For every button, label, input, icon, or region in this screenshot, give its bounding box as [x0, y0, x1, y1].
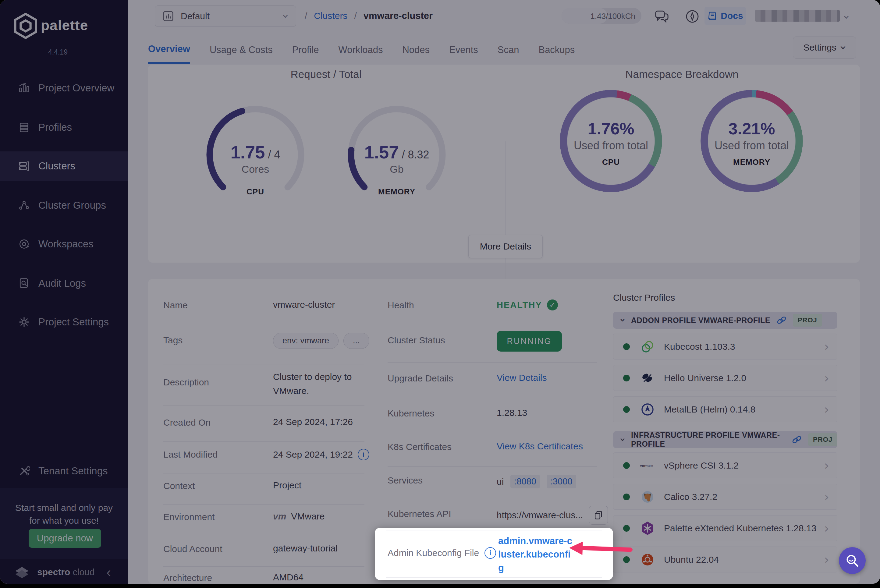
- admin-kubeconfig-label: Admin Kubeconfig File: [388, 548, 479, 558]
- search-fab-button[interactable]: [839, 547, 866, 574]
- app-window: palette 4.4.19 Project OverviewProfilesC…: [0, 0, 880, 584]
- admin-kubeconfig-link[interactable]: admin.vmware-cluster.kubeconfig: [498, 534, 574, 574]
- annotation-arrow: [569, 540, 637, 558]
- tour-dim-overlay: [0, 0, 880, 584]
- search-icon: [844, 553, 860, 568]
- info-icon[interactable]: i: [484, 547, 496, 559]
